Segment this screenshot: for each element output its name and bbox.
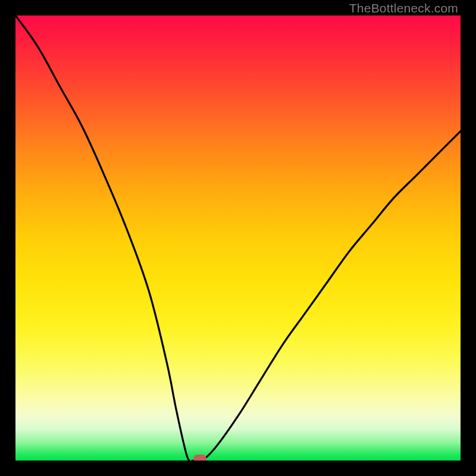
watermark-text: TheBottleneck.com [349,1,458,15]
optimal-marker [193,455,206,461]
bottleneck-curve [15,15,461,461]
chart-frame: TheBottleneck.com [0,0,476,476]
plot-area [15,15,461,461]
